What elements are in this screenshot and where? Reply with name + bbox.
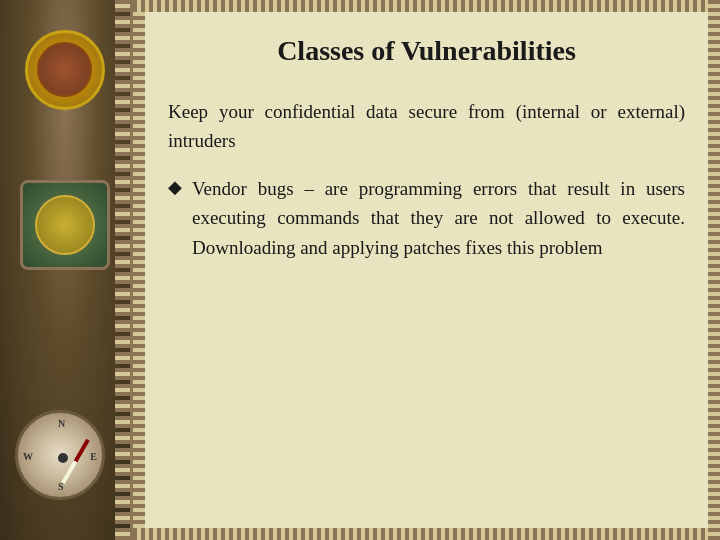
- medal-inner-ring: [37, 42, 92, 97]
- bullet-item-2-text: Vendor bugs – are programming errors tha…: [192, 174, 685, 262]
- medal-decoration: [15, 20, 115, 120]
- slide-container: N S W E Classes of Vulnerabilities Keep …: [0, 0, 720, 540]
- content-inner: Classes of Vulnerabilities Keep your con…: [168, 30, 685, 262]
- left-sidebar: N S W E: [0, 0, 130, 540]
- slide-title: Classes of Vulnerabilities: [168, 35, 685, 67]
- compass-decoration: N S W E: [15, 410, 105, 500]
- compass-face: N S W E: [15, 410, 105, 500]
- bullet-item-1-text: Keep your confidential data secure from …: [168, 97, 685, 156]
- sidebar-dots-border: [115, 0, 130, 540]
- main-content-area: Classes of Vulnerabilities Keep your con…: [130, 0, 720, 540]
- border-right: [708, 0, 720, 540]
- bullet-diamond-icon: ◆: [168, 176, 182, 198]
- middle-decoration: [10, 170, 120, 290]
- border-top: [133, 0, 720, 12]
- bullet-item-2: ◆ Vendor bugs – are programming errors t…: [168, 174, 685, 262]
- compass-center: [58, 453, 68, 463]
- sidebar-background: N S W E: [0, 0, 130, 540]
- border-bottom: [133, 528, 720, 540]
